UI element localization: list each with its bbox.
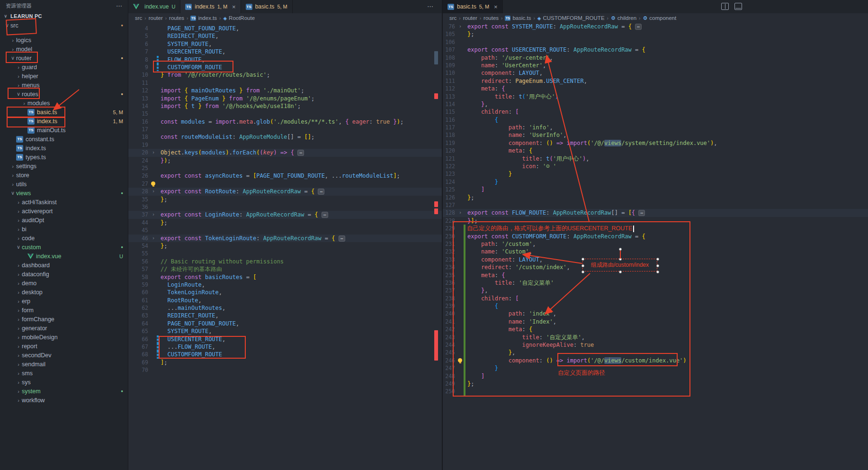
- tree-item-model[interactable]: ›model: [0, 45, 128, 54]
- code-line[interactable]: 243 title: '自定义菜单',: [443, 334, 868, 341]
- code-line[interactable]: 24});: [128, 157, 442, 164]
- tree-item-report[interactable]: ›report: [0, 342, 128, 351]
- breadcrumb-item[interactable]: ⚙children: [611, 15, 636, 21]
- code-line[interactable]: 57// 未经许可的基本路由: [128, 265, 442, 273]
- code-line[interactable]: 249};: [443, 380, 868, 388]
- code-line[interactable]: 124 }: [443, 178, 868, 186]
- tree-item-demo[interactable]: ›demo: [0, 279, 128, 288]
- tree-item-dashboard[interactable]: ›dashboard: [0, 261, 128, 270]
- code-line[interactable]: 123 }: [443, 170, 868, 178]
- code-line[interactable]: 17: [128, 126, 442, 133]
- code-line[interactable]: 120 meta: {: [443, 147, 868, 154]
- tree-item-sys[interactable]: ›sys: [0, 378, 128, 387]
- close-icon[interactable]: ×: [232, 3, 236, 10]
- tree-item-src[interactable]: ∨src●: [0, 21, 128, 30]
- code-line[interactable]: 105};: [443, 30, 868, 38]
- code-line[interactable]: 56// Basic routing without permissions: [128, 258, 442, 265]
- breadcrumb-item[interactable]: ◈CUSTOMFORM_ROUTE: [537, 15, 605, 21]
- code-line[interactable]: 235 meta: {: [443, 271, 868, 279]
- code-line[interactable]: 232 name: 'Custom',: [443, 248, 868, 255]
- code-line[interactable]: 125 ]: [443, 186, 868, 193]
- code-line[interactable]: 55: [128, 250, 442, 257]
- code-line[interactable]: 106: [443, 38, 868, 46]
- editor-tab-basic.ts[interactable]: TSbasic.ts5, M: [241, 0, 293, 13]
- tree-item-mobileDesign[interactable]: ›mobileDesign: [0, 333, 128, 342]
- code-line[interactable]: 45: [128, 226, 442, 234]
- tree-item-secondDev[interactable]: ›secondDev: [0, 351, 128, 360]
- code-line[interactable]: 7 USERCENTER_ROUTE,: [128, 48, 442, 55]
- breadcrumb-item[interactable]: TSbasic.ts: [505, 15, 531, 21]
- code-line[interactable]: 248 ]: [443, 372, 868, 380]
- breadcrumb-item[interactable]: src: [135, 15, 142, 21]
- tree-item-index.ts[interactable]: TSindex.ts1, M: [0, 117, 128, 126]
- code-line[interactable]: 66 USERCENTER_ROUTE,: [128, 335, 442, 343]
- code-line[interactable]: 20›Object.keys(modules).forEach((key) =>…: [128, 149, 442, 156]
- code-line[interactable]: 242 meta: {: [443, 325, 868, 333]
- code-line[interactable]: 27: [128, 180, 442, 188]
- tree-item-settings[interactable]: ›settings: [0, 162, 128, 171]
- split-editor-icon[interactable]: [721, 3, 729, 10]
- code-line[interactable]: 62 ...mainOutRoutes,: [128, 304, 442, 312]
- editor-tab-index.ts[interactable]: TSindex.ts1, M×: [180, 0, 241, 13]
- code-line[interactable]: 59 LoginRoute,: [128, 281, 442, 289]
- code-line[interactable]: 122 icon: '☺ ': [443, 163, 868, 170]
- code-line[interactable]: 28›export const RootRoute: AppRouteRecor…: [128, 188, 442, 195]
- more-actions-icon[interactable]: ⋯: [427, 3, 433, 10]
- code-line[interactable]: 119 component: () => import('/@/views/sy…: [443, 139, 868, 147]
- code-line[interactable]: 127: [443, 201, 868, 209]
- tree-item-guard[interactable]: ›guard: [0, 63, 128, 72]
- tree-item-utils[interactable]: ›utils: [0, 180, 128, 189]
- code-line[interactable]: 245 },: [443, 349, 868, 356]
- code-line[interactable]: 110 component: LAYOUT,: [443, 69, 868, 77]
- tree-item-formChange[interactable]: ›formChange: [0, 315, 128, 324]
- code-line[interactable]: 109 name: 'UserCenter',: [443, 62, 868, 69]
- breadcrumb-item[interactable]: ◈RootRoute: [223, 15, 255, 21]
- code-line[interactable]: 58export const basicRoutes = [: [128, 273, 442, 281]
- overview-ruler[interactable]: [434, 23, 439, 470]
- code-line[interactable]: 117 path: 'info',: [443, 124, 868, 131]
- code-line[interactable]: 15: [128, 110, 442, 118]
- code-line[interactable]: 233 component: LAYOUT,: [443, 256, 868, 263]
- tree-item-form[interactable]: ›form: [0, 306, 128, 315]
- code-line[interactable]: 108 path: '/user-center',: [443, 54, 868, 62]
- code-line[interactable]: 244 ignoreKeepAlive: true: [443, 341, 868, 349]
- code-line[interactable]: 115 children: [: [443, 108, 868, 116]
- code-line[interactable]: 64 PAGE_NOT_FOUND_ROUTE,: [128, 320, 442, 327]
- tree-item-activereport[interactable]: ›activereport: [0, 207, 128, 216]
- code-line[interactable]: 69];: [128, 359, 442, 366]
- code-line[interactable]: 111 redirect: PageEnum.USER_CENTER,: [443, 77, 868, 85]
- code-line[interactable]: 241 name: 'Index',: [443, 318, 868, 325]
- tree-item-basic.ts[interactable]: TSbasic.ts5, M: [0, 108, 128, 117]
- tree-item-menus[interactable]: ›menus: [0, 81, 128, 90]
- code-line[interactable]: 26export const asyncRoutes = [PAGE_NOT_F…: [128, 172, 442, 180]
- tree-item-desktop[interactable]: ›desktop: [0, 288, 128, 297]
- tree-item-system[interactable]: ›system●: [0, 387, 128, 396]
- code-line[interactable]: 70: [128, 366, 442, 374]
- tree-item-bi[interactable]: ›bi: [0, 225, 128, 234]
- code-line[interactable]: 8 FLOW_ROUTE,: [128, 56, 442, 63]
- code-line[interactable]: 107export const USERCENTER_ROUTE: AppRou…: [443, 46, 868, 54]
- code-line[interactable]: 237 },: [443, 287, 868, 294]
- code-line[interactable]: 12import { mainOutRoutes } from './mainO…: [128, 87, 442, 94]
- code-line[interactable]: 4 PAGE_NOT_FOUND_ROUTE,: [128, 25, 442, 32]
- code-editor-left[interactable]: 4 PAGE_NOT_FOUND_ROUTE,5 REDIRECT_ROUTE,…: [128, 23, 442, 374]
- code-line[interactable]: 46›export const TokenLoginRoute: AppRout…: [128, 235, 442, 242]
- tree-item-types.ts[interactable]: TStypes.ts: [0, 153, 128, 162]
- code-line[interactable]: 230export const CUSTOMFORM_ROUTE: AppRou…: [443, 233, 868, 240]
- breadcrumb-item[interactable]: routes: [169, 15, 184, 21]
- code-line[interactable]: 37›export const LoginRoute: AppRouteReco…: [128, 211, 442, 218]
- code-editor-right[interactable]: 76›export const SYSTEM_ROUTE: AppRouteRe…: [443, 23, 868, 396]
- code-line[interactable]: 239 {: [443, 302, 868, 310]
- tree-item-custom[interactable]: ∨custom●: [0, 243, 128, 252]
- breadcrumb-item[interactable]: routes: [483, 15, 499, 21]
- tree-item-modules[interactable]: ›modules: [0, 99, 128, 108]
- code-line[interactable]: 128›export const FLOW_ROUTE: AppRouteRec…: [443, 209, 868, 217]
- code-line[interactable]: 250: [443, 388, 868, 395]
- tree-item-index.vue[interactable]: index.vueU: [0, 252, 128, 261]
- tree-item-dataconfig[interactable]: ›dataconfig: [0, 270, 128, 279]
- code-line[interactable]: 10} from '/@/router/routes/basic';: [128, 71, 442, 79]
- code-line[interactable]: 118 name: 'UserInfo',: [443, 131, 868, 139]
- code-line[interactable]: 240 path: 'index',: [443, 310, 868, 317]
- tree-item-mainOut.ts[interactable]: TSmainOut.ts: [0, 126, 128, 135]
- code-line[interactable]: 25: [128, 164, 442, 172]
